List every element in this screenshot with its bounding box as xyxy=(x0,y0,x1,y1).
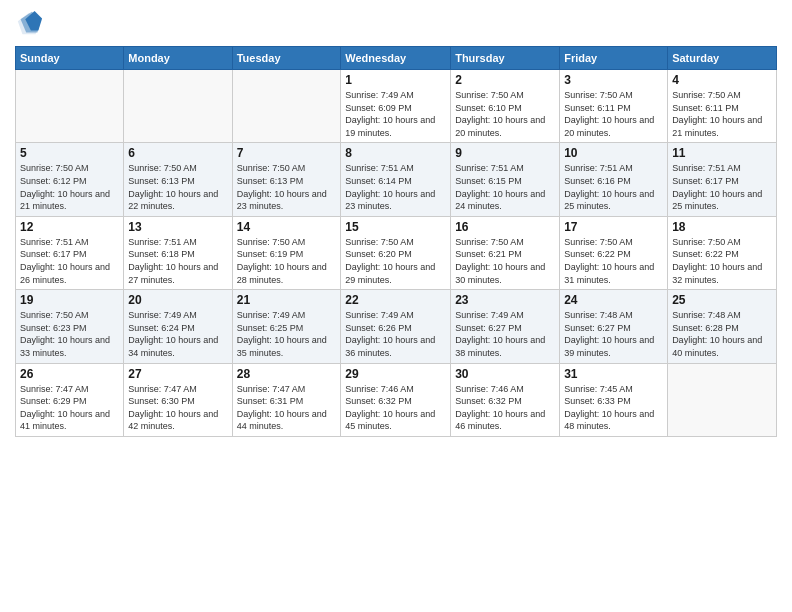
header-monday: Monday xyxy=(124,47,232,70)
calendar-cell: 26Sunrise: 7:47 AMSunset: 6:29 PMDayligh… xyxy=(16,363,124,436)
day-number: 31 xyxy=(564,367,663,381)
day-info: Sunrise: 7:50 AMSunset: 6:20 PMDaylight:… xyxy=(345,236,446,286)
calendar-cell xyxy=(232,70,341,143)
day-info: Sunrise: 7:50 AMSunset: 6:11 PMDaylight:… xyxy=(564,89,663,139)
calendar-cell: 24Sunrise: 7:48 AMSunset: 6:27 PMDayligh… xyxy=(560,290,668,363)
day-number: 10 xyxy=(564,146,663,160)
day-number: 30 xyxy=(455,367,555,381)
calendar-cell: 31Sunrise: 7:45 AMSunset: 6:33 PMDayligh… xyxy=(560,363,668,436)
day-info: Sunrise: 7:46 AMSunset: 6:32 PMDaylight:… xyxy=(455,383,555,433)
header-tuesday: Tuesday xyxy=(232,47,341,70)
day-number: 2 xyxy=(455,73,555,87)
day-info: Sunrise: 7:50 AMSunset: 6:13 PMDaylight:… xyxy=(128,162,227,212)
calendar-cell: 27Sunrise: 7:47 AMSunset: 6:30 PMDayligh… xyxy=(124,363,232,436)
header-friday: Friday xyxy=(560,47,668,70)
calendar-cell: 8Sunrise: 7:51 AMSunset: 6:14 PMDaylight… xyxy=(341,143,451,216)
day-number: 19 xyxy=(20,293,119,307)
day-info: Sunrise: 7:49 AMSunset: 6:26 PMDaylight:… xyxy=(345,309,446,359)
day-number: 24 xyxy=(564,293,663,307)
calendar-cell: 4Sunrise: 7:50 AMSunset: 6:11 PMDaylight… xyxy=(668,70,777,143)
header-saturday: Saturday xyxy=(668,47,777,70)
day-number: 20 xyxy=(128,293,227,307)
calendar-cell: 20Sunrise: 7:49 AMSunset: 6:24 PMDayligh… xyxy=(124,290,232,363)
calendar-cell: 15Sunrise: 7:50 AMSunset: 6:20 PMDayligh… xyxy=(341,216,451,289)
day-number: 21 xyxy=(237,293,337,307)
day-number: 9 xyxy=(455,146,555,160)
calendar-cell: 29Sunrise: 7:46 AMSunset: 6:32 PMDayligh… xyxy=(341,363,451,436)
day-info: Sunrise: 7:49 AMSunset: 6:09 PMDaylight:… xyxy=(345,89,446,139)
calendar-cell: 22Sunrise: 7:49 AMSunset: 6:26 PMDayligh… xyxy=(341,290,451,363)
day-info: Sunrise: 7:50 AMSunset: 6:22 PMDaylight:… xyxy=(672,236,772,286)
day-number: 15 xyxy=(345,220,446,234)
day-number: 6 xyxy=(128,146,227,160)
day-info: Sunrise: 7:48 AMSunset: 6:27 PMDaylight:… xyxy=(564,309,663,359)
logo-icon xyxy=(15,10,43,38)
calendar-cell: 19Sunrise: 7:50 AMSunset: 6:23 PMDayligh… xyxy=(16,290,124,363)
day-number: 28 xyxy=(237,367,337,381)
day-info: Sunrise: 7:51 AMSunset: 6:18 PMDaylight:… xyxy=(128,236,227,286)
calendar-cell: 16Sunrise: 7:50 AMSunset: 6:21 PMDayligh… xyxy=(451,216,560,289)
day-info: Sunrise: 7:51 AMSunset: 6:17 PMDaylight:… xyxy=(672,162,772,212)
calendar-cell: 28Sunrise: 7:47 AMSunset: 6:31 PMDayligh… xyxy=(232,363,341,436)
day-number: 23 xyxy=(455,293,555,307)
day-number: 12 xyxy=(20,220,119,234)
day-number: 22 xyxy=(345,293,446,307)
day-info: Sunrise: 7:51 AMSunset: 6:16 PMDaylight:… xyxy=(564,162,663,212)
calendar-cell: 17Sunrise: 7:50 AMSunset: 6:22 PMDayligh… xyxy=(560,216,668,289)
day-number: 26 xyxy=(20,367,119,381)
day-number: 8 xyxy=(345,146,446,160)
calendar-cell: 12Sunrise: 7:51 AMSunset: 6:17 PMDayligh… xyxy=(16,216,124,289)
day-info: Sunrise: 7:50 AMSunset: 6:10 PMDaylight:… xyxy=(455,89,555,139)
calendar-cell: 25Sunrise: 7:48 AMSunset: 6:28 PMDayligh… xyxy=(668,290,777,363)
calendar-cell xyxy=(124,70,232,143)
day-info: Sunrise: 7:50 AMSunset: 6:12 PMDaylight:… xyxy=(20,162,119,212)
calendar-cell: 5Sunrise: 7:50 AMSunset: 6:12 PMDaylight… xyxy=(16,143,124,216)
day-number: 7 xyxy=(237,146,337,160)
day-number: 14 xyxy=(237,220,337,234)
day-number: 29 xyxy=(345,367,446,381)
calendar-cell: 21Sunrise: 7:49 AMSunset: 6:25 PMDayligh… xyxy=(232,290,341,363)
day-info: Sunrise: 7:47 AMSunset: 6:30 PMDaylight:… xyxy=(128,383,227,433)
day-number: 4 xyxy=(672,73,772,87)
calendar-cell: 30Sunrise: 7:46 AMSunset: 6:32 PMDayligh… xyxy=(451,363,560,436)
calendar-cell xyxy=(16,70,124,143)
day-info: Sunrise: 7:49 AMSunset: 6:24 PMDaylight:… xyxy=(128,309,227,359)
day-number: 13 xyxy=(128,220,227,234)
header xyxy=(15,10,777,38)
calendar-week-row: 12Sunrise: 7:51 AMSunset: 6:17 PMDayligh… xyxy=(16,216,777,289)
calendar-cell: 13Sunrise: 7:51 AMSunset: 6:18 PMDayligh… xyxy=(124,216,232,289)
weekday-header-row: Sunday Monday Tuesday Wednesday Thursday… xyxy=(16,47,777,70)
calendar-cell: 1Sunrise: 7:49 AMSunset: 6:09 PMDaylight… xyxy=(341,70,451,143)
header-sunday: Sunday xyxy=(16,47,124,70)
day-number: 27 xyxy=(128,367,227,381)
day-info: Sunrise: 7:48 AMSunset: 6:28 PMDaylight:… xyxy=(672,309,772,359)
day-info: Sunrise: 7:50 AMSunset: 6:22 PMDaylight:… xyxy=(564,236,663,286)
calendar-cell xyxy=(668,363,777,436)
calendar-week-row: 1Sunrise: 7:49 AMSunset: 6:09 PMDaylight… xyxy=(16,70,777,143)
day-number: 3 xyxy=(564,73,663,87)
calendar-cell: 23Sunrise: 7:49 AMSunset: 6:27 PMDayligh… xyxy=(451,290,560,363)
day-number: 17 xyxy=(564,220,663,234)
day-info: Sunrise: 7:51 AMSunset: 6:14 PMDaylight:… xyxy=(345,162,446,212)
day-info: Sunrise: 7:50 AMSunset: 6:11 PMDaylight:… xyxy=(672,89,772,139)
calendar-table: Sunday Monday Tuesday Wednesday Thursday… xyxy=(15,46,777,437)
day-number: 18 xyxy=(672,220,772,234)
day-info: Sunrise: 7:49 AMSunset: 6:27 PMDaylight:… xyxy=(455,309,555,359)
day-info: Sunrise: 7:47 AMSunset: 6:31 PMDaylight:… xyxy=(237,383,337,433)
header-wednesday: Wednesday xyxy=(341,47,451,70)
calendar-cell: 9Sunrise: 7:51 AMSunset: 6:15 PMDaylight… xyxy=(451,143,560,216)
logo xyxy=(15,10,47,38)
day-info: Sunrise: 7:50 AMSunset: 6:19 PMDaylight:… xyxy=(237,236,337,286)
calendar-week-row: 19Sunrise: 7:50 AMSunset: 6:23 PMDayligh… xyxy=(16,290,777,363)
calendar-week-row: 26Sunrise: 7:47 AMSunset: 6:29 PMDayligh… xyxy=(16,363,777,436)
day-info: Sunrise: 7:50 AMSunset: 6:23 PMDaylight:… xyxy=(20,309,119,359)
calendar-cell: 11Sunrise: 7:51 AMSunset: 6:17 PMDayligh… xyxy=(668,143,777,216)
day-info: Sunrise: 7:50 AMSunset: 6:21 PMDaylight:… xyxy=(455,236,555,286)
day-number: 11 xyxy=(672,146,772,160)
day-number: 1 xyxy=(345,73,446,87)
calendar-cell: 10Sunrise: 7:51 AMSunset: 6:16 PMDayligh… xyxy=(560,143,668,216)
day-info: Sunrise: 7:47 AMSunset: 6:29 PMDaylight:… xyxy=(20,383,119,433)
day-number: 25 xyxy=(672,293,772,307)
calendar-cell: 3Sunrise: 7:50 AMSunset: 6:11 PMDaylight… xyxy=(560,70,668,143)
day-info: Sunrise: 7:45 AMSunset: 6:33 PMDaylight:… xyxy=(564,383,663,433)
